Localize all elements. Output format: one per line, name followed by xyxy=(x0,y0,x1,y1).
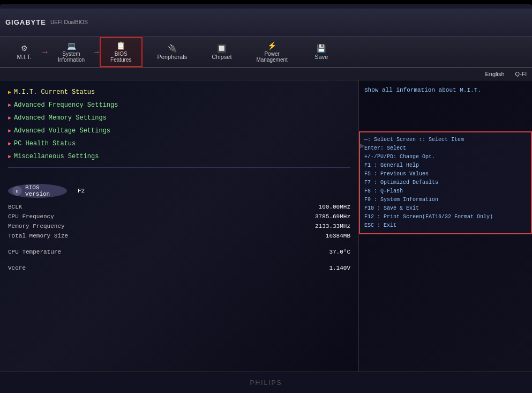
bios-version-label: BIOS Version xyxy=(25,184,63,197)
sidebar-item-adv-volt[interactable]: ► Advanced Voltage Settings xyxy=(0,124,358,137)
shortcut-f1: F1 : General Help xyxy=(364,161,527,170)
nav-item-peripherals[interactable]: 🔌 Peripherals xyxy=(148,41,197,63)
nav-item-mit[interactable]: ⚙ M.I.T. → xyxy=(5,41,43,63)
shortcut-f8: F8 : Q-Flash xyxy=(364,187,527,196)
total-mem-row: Total Memory Size 16384MB xyxy=(8,231,350,241)
shortcut-f10: F10 : Save & Exit xyxy=(364,204,527,213)
brand-name: GIGABYTE xyxy=(5,18,46,26)
cpu-freq-row: CPU Frequency 3785.69MHz xyxy=(8,212,350,221)
cpu-freq-label: CPU Frequency xyxy=(8,213,104,220)
arrow-icon-4: ► xyxy=(8,141,11,147)
bios-f2-value: F2 xyxy=(78,188,85,194)
sidebar-item-label-3: Advanced Voltage Settings xyxy=(14,127,110,135)
right-panel: Show all information about M.I.T. ▶ ↔: S… xyxy=(359,80,532,372)
sidebar-item-adv-freq[interactable]: ► Advanced Frequency Settings xyxy=(0,99,358,112)
nav-save-label: Save xyxy=(314,54,328,60)
shortcut-f7: F7 : Optimized Defaults xyxy=(364,179,527,187)
sidebar-item-adv-mem[interactable]: ► Advanced Memory Settings xyxy=(0,112,358,124)
sidebar-item-label-4: PC Health Status xyxy=(14,140,76,147)
help-description: Show all information about M.I.T. xyxy=(364,87,481,93)
mem-freq-value: 2133.33MHz xyxy=(315,223,350,229)
vcore-label: Vcore xyxy=(8,265,104,271)
total-mem-label: Total Memory Size xyxy=(8,233,104,239)
bios-version-circle-icon: B xyxy=(12,186,22,196)
shortcut-f5: F5 : Previous Values xyxy=(364,170,527,179)
sidebar-item-pc-health[interactable]: ► PC Health Status xyxy=(0,137,358,150)
nav-menu: ⚙ M.I.T. → 💻 System Information → 📋 BIOS… xyxy=(0,36,532,68)
arrow-icon-1: ► xyxy=(8,102,11,108)
shortcut-change-opt: +/-/PU/PD: Change Opt. xyxy=(364,153,527,161)
nav-item-bios-features[interactable]: 📋 BIOS Features xyxy=(100,37,142,67)
nav-item-chipset[interactable]: 🔲 Chipset xyxy=(202,41,241,63)
nav-mit-label: M.I.T. xyxy=(17,54,32,60)
help-text: Show all information about M.I.T. xyxy=(364,86,527,95)
arrow-icon-2: ► xyxy=(8,115,11,121)
shortcuts-box: ↔: Select Screen ↕: Select Item Enter: S… xyxy=(359,131,532,234)
nav-chipset-label: Chipset xyxy=(212,54,231,60)
arrow-icon-3: ► xyxy=(8,128,11,134)
bios-version-box: B BIOS Version xyxy=(8,184,67,198)
mem-freq-label: Memory Frequency xyxy=(8,223,104,229)
sidebar-item-label-2: Advanced Memory Settings xyxy=(14,114,107,122)
sidebar-item-misc[interactable]: ► Miscellaneous Settings xyxy=(0,150,358,163)
left-panel: ▶ M.I.T. Current Status ► Advanced Frequ… xyxy=(0,80,359,372)
shortcut-f12: F12 : Print Screen(FAT16/32 Format Only) xyxy=(364,213,527,221)
bclk-value: 100.00MHz xyxy=(319,204,350,210)
shortcut-select-screen: ↔: Select Screen ↕: Select Item xyxy=(364,136,527,144)
lang-bar: English Q-Fl xyxy=(0,68,532,80)
nav-item-save[interactable]: 💾 Save xyxy=(303,41,340,63)
main-content: ▶ M.I.T. Current Status ► Advanced Frequ… xyxy=(0,80,532,372)
cpu-temp-label: CPU Temperature xyxy=(8,249,104,255)
brand-sub: UEFI DualBIOS xyxy=(50,19,88,25)
cpu-temp-row: CPU Temperature 37.0°C xyxy=(8,247,350,257)
nav-item-system-info[interactable]: 💻 System Information → xyxy=(48,38,94,66)
nav-peripherals-label: Peripherals xyxy=(158,54,188,60)
qflash-label[interactable]: Q-Fl xyxy=(515,71,527,77)
philips-brand: PHILIPS xyxy=(250,379,282,387)
language-selector[interactable]: English xyxy=(485,71,505,77)
bclk-label: BCLK xyxy=(8,204,104,210)
spacer-1 xyxy=(8,241,350,247)
cpu-freq-value: 3785.69MHz xyxy=(315,213,350,220)
cpu-temp-value: 37.0°C xyxy=(329,249,350,255)
nav-bios-label: BIOS Features xyxy=(110,51,131,63)
system-info-icon: 💻 xyxy=(67,41,76,50)
nav-arrow-2: → xyxy=(92,47,101,57)
peripherals-icon: 🔌 xyxy=(168,44,177,53)
mit-icon: ⚙ xyxy=(21,44,28,53)
sidebar-item-label-0: M.I.T. Current Status xyxy=(14,88,95,96)
power-icon: ⚡ xyxy=(267,41,276,50)
shortcut-enter: Enter: Select xyxy=(364,144,527,153)
spacer-2 xyxy=(8,257,350,263)
vcore-row: Vcore 1.140V xyxy=(8,263,350,273)
save-icon: 💾 xyxy=(317,44,326,53)
bios-info-section: B BIOS Version F2 BCLK 100.00MHz CPU Fre… xyxy=(0,179,358,278)
bottom-bar: PHILIPS xyxy=(0,372,532,393)
arrow-icon-5: ► xyxy=(8,154,11,160)
sidebar-item-mit-status[interactable]: ▶ M.I.T. Current Status xyxy=(0,86,358,99)
header-bar: GIGABYTE UEFI DualBIOS xyxy=(0,9,532,36)
divider-1 xyxy=(8,167,350,168)
nav-item-power-mgmt[interactable]: ⚡ Power Management xyxy=(246,38,297,66)
bclk-row: BCLK 100.00MHz xyxy=(8,202,350,212)
bios-version-row: B BIOS Version F2 xyxy=(8,184,350,198)
mem-freq-row: Memory Frequency 2133.33MHz xyxy=(8,221,350,231)
shortcut-esc: ESC : Exit xyxy=(364,221,527,230)
shortcut-f9: F9 : System Information xyxy=(364,196,527,204)
nav-power-label: Power Management xyxy=(256,51,287,63)
total-mem-value: 16384MB xyxy=(326,233,350,239)
nav-sysinfo-label: System Information xyxy=(58,51,85,63)
vcore-value: 1.140V xyxy=(329,265,350,271)
sidebar-item-label-1: Advanced Frequency Settings xyxy=(14,101,118,109)
chipset-icon: 🔲 xyxy=(217,44,226,53)
triangle-arrow-icon: ▶ xyxy=(8,89,11,95)
nav-arrow-1: → xyxy=(41,47,49,57)
bios-features-icon: 📋 xyxy=(116,41,125,50)
brand-logo: GIGABYTE UEFI DualBIOS xyxy=(5,18,88,26)
sidebar-item-label-5: Miscellaneous Settings xyxy=(14,153,99,160)
